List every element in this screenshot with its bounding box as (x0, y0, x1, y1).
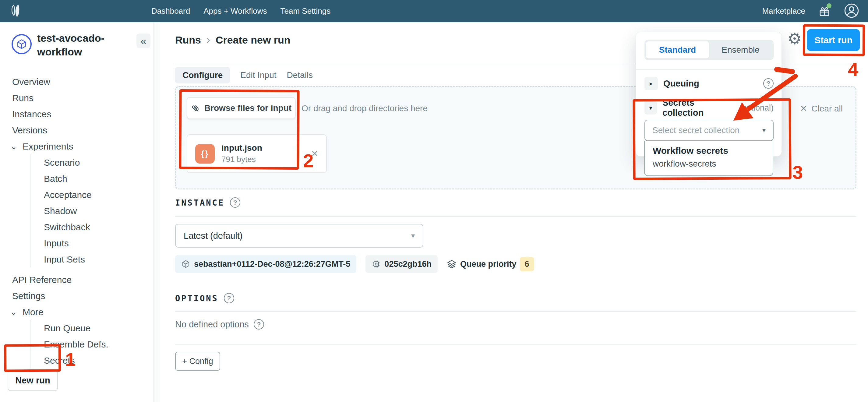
options-help-icon[interactable]: ? (224, 293, 234, 303)
tab-details[interactable]: Details (287, 70, 313, 80)
expand-right-icon[interactable]: ▸ (645, 77, 658, 90)
experiments-subgroup: Scenario Batch Acceptance Shadow Switchb… (30, 154, 154, 268)
queuing-help-icon[interactable]: ? (763, 78, 774, 89)
close-icon: ✕ (800, 103, 807, 114)
gear-icon[interactable]: ⚙ (786, 30, 803, 47)
browse-files-label: Browse files for input (204, 103, 291, 113)
breadcrumb-runs[interactable]: Runs (175, 34, 201, 46)
sidebar-item-settings[interactable]: Settings (0, 288, 154, 304)
options-section-header: OPTIONS ? (175, 293, 234, 303)
secrets-collection-row[interactable]: ▾ Secrets collection (optional) (645, 100, 774, 116)
sidebar-item-experiments[interactable]: ⌄ Experiments (0, 138, 154, 154)
remove-file-icon[interactable]: ✕ (311, 149, 318, 159)
more-subgroup: Run Queue Ensemble Defs. Secrets (30, 320, 154, 369)
sidebar-item-batch[interactable]: Batch (31, 171, 154, 187)
start-run-button[interactable]: Start run (807, 29, 860, 51)
sidebar-item-overview[interactable]: Overview (0, 74, 154, 90)
cube-icon (181, 259, 190, 269)
secret-option-title[interactable]: Workflow secrets (653, 146, 765, 156)
sidebar: test-avocado-workflow « Overview Runs In… (0, 22, 154, 402)
add-config-button[interactable]: + Config (175, 352, 220, 371)
instance-help-icon[interactable]: ? (230, 197, 240, 208)
secret-collection-options[interactable]: Workflow secrets workflow-secrets (644, 141, 773, 176)
instance-tags: sebastian+0112-Dec-08@12:26:27GMT-5 025c… (175, 255, 534, 273)
sidebar-item-input-sets[interactable]: Input Sets (31, 251, 154, 268)
file-name: input.json (221, 143, 262, 153)
new-run-button[interactable]: New run (8, 370, 58, 391)
workflow-cube-icon (11, 34, 32, 54)
queuing-row[interactable]: ▸ Queuing ? (645, 76, 774, 91)
queuing-label: Queuing (663, 79, 699, 89)
secrets-collection-label: Secrets collection (662, 98, 733, 118)
queue-priority-label: Queue priority (460, 259, 517, 269)
breadcrumb: Runs › Create new run (175, 33, 290, 46)
run-settings-panel: Standard Ensemble ▸ Queuing ? ▾ Secrets … (636, 32, 782, 157)
chevron-down-icon: ▾ (411, 231, 415, 240)
sidebar-scroll-gutter[interactable] (154, 22, 159, 402)
workflow-title: test-avocado-workflow (37, 31, 135, 59)
tab-configure[interactable]: Configure (175, 67, 230, 84)
sidebar-item-more[interactable]: ⌄ More (0, 304, 154, 320)
navbar-right: Marketplace (762, 0, 860, 22)
clear-all-button[interactable]: ✕ Clear all (800, 103, 843, 114)
tab-edit-input[interactable]: Edit Input (240, 70, 276, 80)
gift-icon[interactable] (818, 5, 831, 18)
no-options-help-icon[interactable]: ? (254, 319, 264, 330)
sidebar-item-runs[interactable]: Runs (0, 90, 154, 106)
sidebar-item-scenario[interactable]: Scenario (31, 154, 154, 171)
sidebar-item-switchback[interactable]: Switchback (31, 219, 154, 235)
sidebar-item-run-queue[interactable]: Run Queue (31, 320, 154, 336)
no-options-row: No defined options ? (175, 319, 264, 330)
clear-all-label: Clear all (811, 104, 843, 114)
sidebar-nav: Overview Runs Instances Versions ⌄ Exper… (0, 74, 154, 369)
sidebar-item-label: More (23, 307, 43, 317)
instance-id-tag: 025c2gb16h (366, 255, 438, 273)
panel-divider (636, 69, 781, 70)
secret-option-subtitle: workflow-secrets (653, 159, 765, 169)
app-screen: Dashboard Apps + Workflows Team Settings… (0, 0, 868, 402)
secret-select-placeholder: Select secret collection (652, 125, 740, 135)
tab-bar: Configure Edit Input Details (175, 67, 313, 84)
sidebar-item-versions[interactable]: Versions (0, 122, 154, 138)
brand-logo-icon[interactable] (10, 4, 22, 20)
nav-team-settings[interactable]: Team Settings (280, 6, 331, 16)
uploaded-file-chip: {} input.json 791 bytes ✕ (187, 134, 327, 173)
file-size: 791 bytes (221, 155, 262, 164)
nav-apps-workflows[interactable]: Apps + Workflows (204, 6, 267, 16)
sidebar-item-acceptance[interactable]: Acceptance (31, 187, 154, 203)
queue-priority-tag: Queue priority 6 (447, 255, 534, 273)
run-mode-toggle: Standard Ensemble (645, 40, 774, 60)
chevron-down-icon: ▾ (762, 126, 766, 134)
queue-priority-badge: 6 (520, 257, 534, 271)
version-tag: sebastian+0112-Dec-08@12:26:27GMT-5 (175, 255, 356, 273)
expand-down-icon[interactable]: ▾ (645, 101, 657, 115)
sidebar-collapse-button[interactable]: « (136, 33, 151, 48)
paperclip-icon (191, 103, 200, 113)
nav-dashboard[interactable]: Dashboard (151, 6, 190, 16)
avatar-icon[interactable] (844, 3, 860, 20)
top-navbar: Dashboard Apps + Workflows Team Settings… (0, 0, 868, 22)
sidebar-item-inputs[interactable]: Inputs (31, 235, 154, 251)
breadcrumb-separator-icon: › (207, 33, 210, 46)
version-tag-label: sebastian+0112-Dec-08@12:26:27GMT-5 (194, 259, 350, 269)
chip-icon (372, 259, 381, 269)
notification-dot (827, 3, 832, 8)
no-options-label: No defined options (175, 319, 249, 330)
secrets-optional-label: (optional) (739, 103, 774, 113)
secret-collection-select[interactable]: Select secret collection ▾ (645, 120, 774, 141)
browse-files-button[interactable]: Browse files for input (187, 97, 296, 119)
nav-marketplace[interactable]: Marketplace (762, 6, 805, 16)
options-header-label: OPTIONS (175, 293, 218, 303)
sidebar-item-shadow[interactable]: Shadow (31, 203, 154, 219)
mode-ensemble-button[interactable]: Ensemble (709, 41, 772, 59)
instance-select[interactable]: Latest (default) ▾ (175, 224, 423, 248)
sidebar-item-ensemble-defs[interactable]: Ensemble Defs. (31, 336, 154, 352)
mode-standard-button[interactable]: Standard (646, 41, 709, 59)
sidebar-item-secrets[interactable]: Secrets (31, 352, 154, 369)
instance-header-label: INSTANCE (175, 198, 224, 207)
sidebar-item-api-reference[interactable]: API Reference (0, 272, 154, 288)
sidebar-item-instances[interactable]: Instances (0, 106, 154, 122)
chevron-down-icon: ⌄ (10, 144, 23, 150)
instance-divider (175, 216, 857, 217)
navbar-links: Dashboard Apps + Workflows Team Settings (151, 0, 331, 22)
